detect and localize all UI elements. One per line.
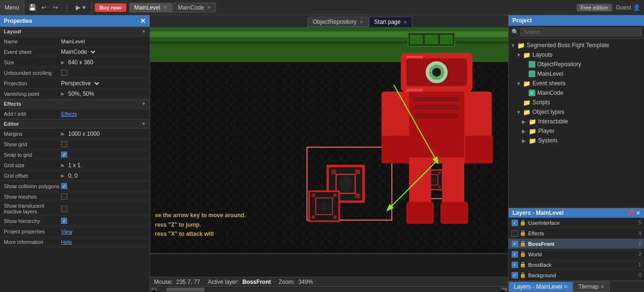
svg-rect-7: [355, 170, 360, 174]
tree-player[interactable]: ▶ 📁 Player: [509, 126, 644, 136]
interactable-folder-icon: 📁: [529, 118, 536, 125]
layer-check-bossback[interactable]: ✓: [511, 262, 518, 268]
bottom-tab-tilemap[interactable]: Tilemap ✕: [573, 282, 609, 292]
projection-select[interactable]: ▾: [93, 80, 101, 87]
tab-maincode[interactable]: MainCode ✕: [173, 3, 216, 12]
effects-expand-icon[interactable]: ▼: [142, 101, 146, 106]
layout-expand-icon[interactable]: ▼: [142, 29, 146, 34]
scroll-right-btn[interactable]: ▶: [501, 288, 507, 292]
tree-layouts[interactable]: ▼ 📁 Layouts: [509, 50, 644, 60]
tab-mainlevel[interactable]: MainLevel ✕: [129, 3, 173, 12]
layers-pin-icon[interactable]: 📌: [627, 210, 634, 216]
show-meshes-checkbox[interactable]: [61, 193, 67, 200]
size-expand-icon[interactable]: ▶: [61, 60, 64, 65]
layer-check-world[interactable]: ✓: [511, 251, 518, 258]
event-sheets-expand[interactable]: ▼: [516, 81, 523, 86]
tree-system[interactable]: ▶ 📁 System: [509, 136, 644, 145]
layer-check-effects[interactable]: [511, 230, 518, 237]
show-grid-checkbox[interactable]: [61, 141, 67, 147]
show-hierarchy-checkbox[interactable]: ✓: [61, 218, 67, 224]
tree-root[interactable]: ▼ 📁 Segmented Boss Fight Template: [509, 40, 644, 50]
tree-object-repository[interactable]: ▶ ObjectRepository: [509, 60, 644, 69]
show-translucent-row: Show translucent inactive layers: [0, 202, 150, 216]
layer-name-background: Background: [528, 272, 636, 278]
layer-name-world: World: [528, 252, 636, 257]
layer-lock-bossfront[interactable]: 🔒: [520, 241, 526, 247]
tab-start-page[interactable]: Start page ✕: [369, 17, 412, 27]
tab-maincode-close[interactable]: ✕: [207, 5, 211, 10]
play-button[interactable]: ▶ ▾: [73, 4, 89, 11]
grid-size-expand-icon[interactable]: ▶: [61, 163, 64, 168]
tab-start-page-close[interactable]: ✕: [403, 20, 407, 25]
layer-check-userinterface[interactable]: ✓: [511, 220, 518, 226]
layer-lock-effects[interactable]: 🔒: [520, 230, 526, 236]
bottom-tab-tilemap-close[interactable]: ✕: [601, 284, 604, 289]
save-icon[interactable]: 💾: [27, 2, 38, 13]
more-info-link[interactable]: Help: [61, 239, 72, 245]
layouts-expand[interactable]: ▼: [516, 52, 523, 58]
horizontal-scrollbar[interactable]: ◀ ▶: [150, 286, 508, 292]
tab-object-repository[interactable]: ObjectRepository ✕: [307, 17, 368, 27]
guest-user: Guest 👤: [612, 4, 644, 11]
system-expand[interactable]: ▶: [522, 138, 529, 143]
grid-offset-expand-icon[interactable]: ▶: [61, 173, 64, 178]
show-collision-checkbox[interactable]: ✓: [61, 183, 67, 189]
tree-interactable[interactable]: ▶ 📁 Interactable: [509, 117, 644, 126]
layer-check-background[interactable]: ✓: [511, 272, 518, 279]
h-scroll-thumb[interactable]: [166, 288, 204, 292]
event-sheet-select[interactable]: ▾: [89, 49, 97, 55]
layers-header: Layers - MainLevel 📌 ✕: [509, 208, 644, 218]
layer-check-bossfront[interactable]: ✓: [511, 241, 518, 247]
svg-point-5: [340, 176, 352, 192]
tree-main-level[interactable]: ▶ MainLevel: [509, 69, 644, 79]
tree-main-code[interactable]: ▶ E MainCode: [509, 88, 644, 98]
properties-close-button[interactable]: ✕: [140, 17, 146, 25]
grid-size-row: Grid size ▶ 1 x 1: [0, 160, 150, 171]
root-expand[interactable]: ▼: [511, 43, 517, 48]
show-hierarchy-row: Show hierarchy ✓: [0, 216, 150, 226]
account-icon[interactable]: 👤: [633, 4, 640, 11]
tab-mainlevel-close[interactable]: ✕: [163, 5, 167, 10]
layer-lock-world[interactable]: 🔒: [520, 251, 526, 257]
vanishing-expand-icon[interactable]: ▶: [61, 91, 64, 96]
project-properties-link[interactable]: View: [61, 229, 72, 234]
tree-scripts[interactable]: ▶ 📁 Scripts: [509, 98, 644, 107]
canvas-area[interactable]: se the arrow key to move around. ress "Z…: [150, 28, 508, 286]
menu-button[interactable]: Menu: [0, 0, 24, 15]
snap-to-grid-checkbox[interactable]: ✓: [61, 151, 67, 158]
svg-point-19: [321, 202, 327, 211]
svg-rect-25: [409, 91, 464, 158]
game-canvas[interactable]: se the arrow key to move around. ress "Z…: [150, 28, 508, 277]
layer-row-effects: 🔒 Effects 4: [509, 228, 644, 239]
bottom-tab-layers-close[interactable]: ✕: [564, 284, 568, 289]
effects-link[interactable]: Effects: [61, 111, 77, 117]
tree-object-types[interactable]: ▼ 📁 Object types: [509, 107, 644, 117]
buy-now-button[interactable]: Buy now: [95, 3, 126, 12]
show-translucent-checkbox[interactable]: [61, 206, 67, 212]
editor-expand-icon[interactable]: ▼: [142, 121, 146, 126]
unbounded-checkbox[interactable]: [61, 70, 67, 76]
bottom-tab-layers[interactable]: Layers - MainLevel ✕: [509, 282, 573, 292]
layers-close-icon[interactable]: ✕: [636, 210, 640, 216]
layer-name-bossback: BossBack: [528, 262, 636, 268]
size-row: Size ▶ 640 x 360: [0, 57, 150, 68]
scroll-left-btn[interactable]: ◀: [151, 288, 157, 292]
layer-row-bossfront[interactable]: ✓ 🔒 BossFront 3: [509, 239, 644, 249]
main-code-icon: E: [529, 90, 535, 96]
undo-icon[interactable]: ↩: [39, 2, 49, 13]
layer-count-userinterface: 5: [638, 220, 641, 225]
tab-obj-repo-close[interactable]: ✕: [359, 20, 363, 25]
object-types-expand[interactable]: ▼: [516, 110, 523, 115]
svg-rect-40: [415, 105, 459, 110]
layer-count-background: 0: [638, 272, 641, 278]
interactable-expand[interactable]: ▶: [522, 119, 529, 124]
project-search-input[interactable]: [521, 28, 641, 36]
layer-lock-background[interactable]: 🔒: [520, 272, 526, 278]
layer-lock-userinterface[interactable]: 🔒: [520, 220, 526, 226]
margins-expand-icon[interactable]: ▶: [61, 131, 64, 136]
tree-event-sheets[interactable]: ▼ 📁 Event sheets: [509, 79, 644, 88]
layer-lock-bossback[interactable]: 🔒: [520, 262, 526, 268]
player-expand[interactable]: ▶: [522, 129, 529, 134]
layer-name-bossfront: BossFront: [528, 241, 636, 247]
redo-icon[interactable]: ↪: [50, 2, 61, 13]
